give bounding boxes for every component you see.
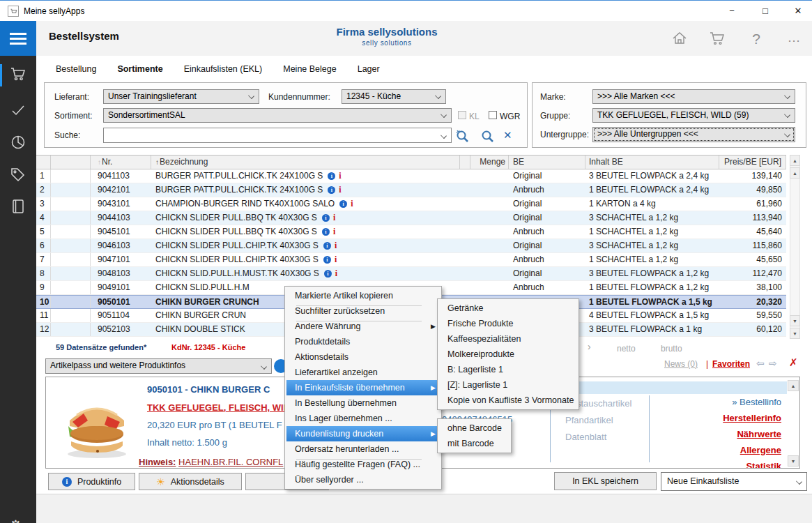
wgr-checkbox[interactable] <box>489 111 497 119</box>
product-info-icon[interactable]: i <box>322 214 330 222</box>
menge-cell[interactable] <box>470 267 509 280</box>
column-header-inhalt[interactable]: Inhalt BE <box>585 156 719 169</box>
maximize-button[interactable]: □ <box>751 1 779 22</box>
panel-scroll-down-button[interactable]: ▼ <box>788 455 799 467</box>
artikelpass-select[interactable]: Artikelpass und weitere Produktinfos <box>45 358 272 374</box>
neue-einkaufsliste-select[interactable]: Neue Einkaufsliste <box>661 472 807 491</box>
tab[interactable]: Sortimente <box>117 64 162 74</box>
scroll-top-button[interactable]: ▲ <box>790 155 800 166</box>
favoriten-link[interactable]: Favoriten <box>712 359 750 369</box>
scroll-bottom-button[interactable]: ▼ <box>790 328 800 339</box>
sidebar-item-cart[interactable] <box>10 66 26 82</box>
alert-info-icon[interactable]: i <box>333 213 335 222</box>
menge-cell[interactable] <box>470 239 509 252</box>
column-header-preis[interactable]: Preis/BE [EUR] <box>719 156 786 169</box>
gruppe-select[interactable]: TKK GEFLUEGEL, FLEISCH, WILD (59) <box>592 108 795 123</box>
netto-toggle[interactable]: netto <box>617 344 636 354</box>
menge-cell[interactable] <box>470 211 509 225</box>
submenu-item[interactable]: Kaffeespezialitäten <box>439 331 577 347</box>
context-menu-item[interactable]: Suchfilter zurücksetzen▶ <box>286 303 440 319</box>
settings-gear-icon[interactable]: ⚙ <box>9 517 22 523</box>
submenu-item[interactable]: Getränke <box>439 301 577 316</box>
home-button[interactable] <box>668 30 691 48</box>
search-button[interactable] <box>480 128 495 144</box>
prev-arrow-icon[interactable]: ⇦ <box>756 358 765 369</box>
minimize-button[interactable]: − <box>718 1 746 22</box>
table-row[interactable]: 7 9047101 CHICKN SLIDER PULL.CHIP.TK 40X… <box>36 253 786 267</box>
table-row[interactable]: 4 9044103 CHICKN SLIDER PULL.BBQ TK 40X3… <box>36 211 786 225</box>
kundennummer-select[interactable]: 12345 - Küche <box>342 89 446 104</box>
context-menu-item[interactable]: In Einkaufsliste übernehmen▶ <box>286 380 440 395</box>
menge-cell[interactable] <box>470 281 509 294</box>
next-arrow-icon[interactable]: ⇨ <box>769 358 777 369</box>
context-menu-item[interactable]: Produktdetails▶ <box>286 334 440 349</box>
column-header-menge[interactable]: Menge <box>470 156 509 169</box>
submenu-item[interactable]: B: Lagerliste 1 <box>439 362 577 377</box>
context-menu-item[interactable]: In Bestellung übernehmen▶ <box>286 395 440 411</box>
sidebar-item-catalog[interactable] <box>10 198 26 215</box>
aktionsdetails-button[interactable]: ☀ Aktionsdetails <box>139 473 242 490</box>
context-menu-item[interactable]: Lieferartikel anzeigen▶ <box>286 365 440 380</box>
search-new-button[interactable] <box>454 128 470 144</box>
submenu-item[interactable]: Molkereiprodukte <box>439 347 577 362</box>
panel-scroll-up-button[interactable]: ▲ <box>788 380 799 391</box>
context-menu-item[interactable]: Ins Lager übernehmen ...▶ <box>286 411 440 426</box>
column-header-bezeichnung[interactable]: ↑Bezeichnung <box>151 156 460 169</box>
tab[interactable]: Einkaufslisten (EKL) <box>184 64 263 74</box>
close-panel-icon[interactable]: ✗ <box>789 356 798 369</box>
product-info-icon[interactable]: i <box>323 256 331 264</box>
sidebar-item-tasks[interactable] <box>10 102 26 119</box>
table-row[interactable]: 6 9046103 CHICKN SLIDER PULL.CHIP.TK 40X… <box>36 239 786 253</box>
news-link[interactable]: News (0) <box>664 359 698 369</box>
close-button[interactable]: ✕ <box>784 1 812 22</box>
tab[interactable]: Lager <box>358 64 380 74</box>
marke-select[interactable]: >>> Alle Marken <<< <box>592 89 795 104</box>
detail-link[interactable]: Allergene <box>740 445 781 455</box>
context-menu-item[interactable]: Aktionsdetails▶ <box>286 349 440 365</box>
table-row[interactable]: 5 9045101 CHICKN SLIDER PULL.BBQ TK 40X3… <box>36 225 786 239</box>
search-input[interactable] <box>103 128 452 143</box>
sidebar-item-prices[interactable] <box>10 166 26 183</box>
submenu-item[interactable]: [Z]: Lagerliste 1 <box>439 377 577 393</box>
alert-info-icon[interactable]: i <box>335 241 337 250</box>
produktinfo-button[interactable]: i Produktinfo <box>48 473 135 490</box>
untergruppe-select[interactable]: >>> Alle Untergruppen <<< <box>592 127 795 142</box>
menge-cell[interactable] <box>470 169 509 183</box>
product-category-link[interactable]: TKK GEFLUEGEL, FLEISCH, WILD <box>147 402 296 413</box>
detail-link[interactable]: Herstellerinfo <box>723 413 781 423</box>
submenu-item[interactable]: Frische Produkte <box>439 316 577 331</box>
menge-cell[interactable] <box>470 183 509 197</box>
scroll-up-button[interactable]: ▲ <box>790 167 800 179</box>
scroll-down-button[interactable]: ▼ <box>790 315 800 326</box>
column-header-nr[interactable]: ↑Nr. <box>91 156 151 169</box>
help-button[interactable]: ? <box>744 30 768 48</box>
brutto-toggle[interactable]: brutto <box>661 344 682 354</box>
alert-info-icon[interactable]: i <box>333 227 335 236</box>
alert-info-icon[interactable]: i <box>339 171 341 181</box>
context-menu-item[interactable]: Ordersatz herunterladen ...▶ <box>286 441 440 457</box>
menge-cell[interactable] <box>470 253 509 266</box>
more-options-button[interactable]: … <box>782 30 806 48</box>
product-info-icon[interactable]: i <box>339 200 347 208</box>
table-row[interactable]: 3 9043101 CHAMPION-BURGER RIND TK40X100G… <box>36 197 786 211</box>
sidebar-item-statistics[interactable] <box>10 134 26 151</box>
product-info-icon[interactable]: i <box>324 270 332 278</box>
kl-checkbox[interactable] <box>458 111 466 119</box>
ekl-speichern-button[interactable]: In EKL speichern <box>554 472 657 490</box>
clear-search-button[interactable]: ✕ <box>503 129 512 142</box>
product-info-icon[interactable]: i <box>328 172 335 180</box>
context-menu-item[interactable]: Kundenlistung drucken▶ <box>286 426 440 441</box>
alert-info-icon[interactable]: i <box>339 185 341 195</box>
hscroll-right-icon[interactable]: › <box>588 341 591 352</box>
tab[interactable]: Bestellung <box>56 64 96 74</box>
context-menu-item[interactable]: Über sellyorder ...▶ <box>286 472 440 487</box>
tab[interactable]: Meine Belege <box>283 64 336 74</box>
submenu-item[interactable]: Kopie von Kaufliste 3 Vormonate <box>439 393 577 408</box>
detail-link[interactable]: » Bestellinfo <box>732 397 781 407</box>
product-info-icon[interactable]: i <box>323 242 331 250</box>
sortiment-select[interactable]: SondersortimentSAL <box>103 108 452 123</box>
context-menu-item[interactable]: Andere Währung▶ <box>286 319 440 334</box>
context-menu-item[interactable]: Häufig gestellte Fragen (FAQ) ...▶ <box>286 457 440 472</box>
cart-button[interactable] <box>705 30 729 48</box>
product-info-icon[interactable]: i <box>322 228 330 236</box>
